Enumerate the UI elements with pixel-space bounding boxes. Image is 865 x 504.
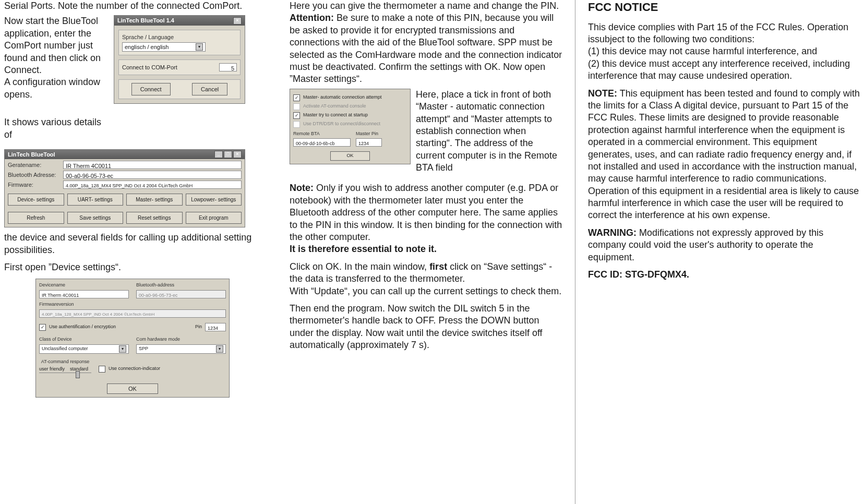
label: NOTE: [588, 88, 617, 99]
label: Remote BTA [293, 131, 351, 137]
label: Attention: [290, 13, 334, 23]
text: Serial Ports. Note the number of the con… [4, 0, 277, 12]
select-value: englisch / english [125, 43, 169, 51]
master-settings-dialog: ✓Master- automatic connection attempt Ac… [290, 89, 411, 164]
bluetool-main-dialog: LinTech BlueTool _ □ × Geratename:IR The… [4, 149, 245, 227]
text: This device complies with Part 15 of the… [588, 21, 861, 46]
column-2: Here you can give the thermometer a name… [290, 0, 562, 504]
text: With “Update“, you can call up the curre… [290, 285, 562, 297]
text: Click on OK. In the main window, first c… [290, 261, 562, 285]
close-icon[interactable]: × [233, 17, 242, 25]
comport-input[interactable]: 5 [219, 63, 237, 71]
label: AT-command response [39, 359, 91, 365]
text: the device and several fields for callin… [4, 232, 277, 256]
label: Activate AT-command console [303, 103, 366, 110]
label: Bluetooth-address [136, 282, 226, 289]
close-icon[interactable]: × [233, 151, 242, 158]
pin-input[interactable]: 1234 [205, 323, 226, 331]
label: Bluetooth Adresse: [8, 171, 60, 178]
label: Master- automatic connection attempt [303, 94, 382, 101]
label: Use connection-indicator [109, 366, 160, 372]
text: NOTE: This equipment has been tested and… [588, 88, 861, 222]
text: WARNING: Modifications not expressly app… [588, 227, 861, 263]
exit-program-button[interactable]: Exit program [186, 212, 242, 224]
master-pin-input[interactable]: 1234 [356, 138, 382, 147]
text: Now start the BlueTool application, ente… [4, 15, 109, 76]
label: Master try to connect at startup [303, 112, 368, 118]
uart-settings-button[interactable]: UART- settings [67, 194, 124, 206]
text: Note: Only if you wish to address anothe… [290, 182, 562, 255]
device-settings-dialog: Devicename IR Therm 4C0011 Bluetooth-add… [35, 279, 230, 398]
label: Note: [290, 183, 314, 193]
master-auto-checkbox[interactable]: ✓ [293, 94, 300, 101]
label: Com hardware mode [136, 337, 226, 343]
auth-checkbox[interactable]: ✓ [39, 324, 46, 331]
reset-settings-button[interactable]: Reset settings [126, 212, 183, 224]
label: Pin [195, 324, 202, 330]
dialog-title: LinTech BlueTool [8, 151, 55, 158]
dtr-dsr-checkbox [293, 121, 300, 128]
lowpower-settings-button[interactable]: Lowpower- settings [186, 194, 242, 206]
maximize-icon[interactable]: □ [224, 151, 232, 158]
language-select[interactable]: englisch / english ▾ [122, 42, 206, 52]
label: Class of Device [39, 337, 129, 343]
label: Use DTR/DSR to connect/disconnect [303, 121, 380, 127]
chevron-down-icon: ▾ [196, 43, 203, 51]
hwmode-select[interactable]: SPP▾ [136, 344, 226, 354]
firmware-field: 4.00P_18a_128_MX4 SPP_IND Oct 4 2004 ©Li… [63, 181, 242, 189]
bluetool-connect-dialog: LinTech BlueTool 1.4 × Sprache / Languag… [114, 15, 245, 104]
save-settings-button[interactable]: Save settings [67, 212, 124, 224]
chevron-down-icon: ▾ [216, 345, 223, 353]
devicename-field: IR Therm 4C0011 [63, 161, 242, 169]
master-settings-button[interactable]: Master- settings [126, 194, 183, 206]
text: First open ”Device settings“. [4, 261, 277, 273]
label: user friendly [39, 366, 65, 373]
label: Master Pin [356, 131, 382, 137]
at-console-checkbox [293, 103, 300, 110]
label: Geratename: [8, 161, 60, 169]
ok-button[interactable]: OK [330, 151, 369, 161]
cancel-button[interactable]: Cancel [192, 83, 227, 95]
text: Here you can give the thermometer a name… [290, 0, 562, 12]
column-1: Serial Ports. Note the number of the con… [4, 0, 277, 504]
text: A configuration window opens. [4, 76, 109, 101]
refresh-button[interactable]: Refresh [8, 212, 64, 224]
label: Firmware: [8, 181, 60, 188]
dialog-titlebar: LinTech BlueTool 1.4 × [114, 16, 245, 25]
label: Devicename [39, 282, 129, 289]
class-select[interactable]: Unclassified computer▾ [39, 344, 129, 354]
text: Here, place a tick in front of both “Mas… [416, 89, 562, 174]
devicename-input[interactable]: IR Therm 4C0011 [39, 290, 129, 298]
text: It is therefore essential to note it. [290, 244, 437, 254]
fcc-id: FCC ID: STG-DFQMX4. [588, 269, 861, 281]
label: Sprache / Language [122, 33, 237, 41]
ok-button[interactable]: OK [107, 383, 158, 394]
remote-bta-input[interactable]: 00-09-dd-10-6b-cb [293, 138, 351, 147]
text: (2) this device must accept any interfer… [588, 58, 861, 82]
text: It shows various details of [4, 116, 109, 141]
label: Use authentification / encryption [49, 324, 116, 330]
master-startup-checkbox[interactable]: ✓ [293, 112, 300, 119]
btaddr-field: 00-a0-96-05-73-ec [63, 171, 242, 179]
dialog-title: LinTech BlueTool 1.4 [117, 17, 174, 24]
fcc-notice-title: FCC NOTICE [588, 0, 861, 15]
text: (1) this device may not cause harmful in… [588, 45, 861, 57]
dialog-titlebar: LinTech BlueTool _ □ × [5, 150, 245, 159]
label: Connect to COM-Port [122, 64, 177, 71]
btaddr-readonly: 00-a0-96-05-73-ec [136, 290, 226, 298]
chevron-down-icon: ▾ [119, 345, 126, 353]
conn-indicator-checkbox[interactable] [99, 366, 105, 373]
connect-button[interactable]: Connect [131, 83, 171, 95]
label: WARNING: [588, 227, 636, 238]
firmware-readonly: 4.00P_18a_128_MX4 SPP_IND Oct 4 2004 ©Li… [39, 309, 226, 318]
text: Then end the program. Now switch the DIL… [290, 303, 562, 352]
label: Firmwareversion [39, 302, 226, 308]
at-response-slider[interactable] [39, 373, 91, 377]
text: Attention: Be sure to make a note of thi… [290, 12, 562, 85]
minimize-icon[interactable]: _ [214, 151, 223, 158]
column-3: FCC NOTICE This device complies with Par… [575, 0, 861, 504]
device-settings-button[interactable]: Device- settings [8, 194, 64, 206]
